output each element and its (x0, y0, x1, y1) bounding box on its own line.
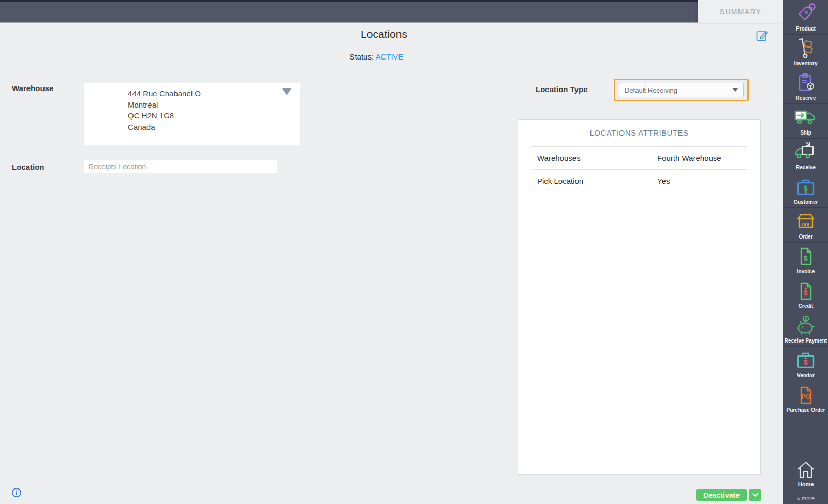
sidebar-item-credit[interactable]: $ Credit (783, 277, 828, 312)
sidebar-item-label: Vendor (797, 373, 815, 378)
top-bar (0, 0, 698, 23)
info-icon (11, 487, 22, 498)
sidebar-item-customer[interactable]: $ Customer (783, 173, 828, 208)
sidebar-item-receive[interactable]: Receive (783, 139, 828, 173)
attribute-value: Fourth Warehouse (657, 154, 721, 162)
sidebar-item-label: Product (796, 26, 816, 32)
price-tag-icon: $ (795, 2, 817, 25)
sidebar-more-label: « more (797, 495, 815, 501)
location-type-value: Default Receiving (625, 86, 677, 94)
tab-summary[interactable]: SUMMARY (698, 0, 783, 23)
sidebar-item-vendor[interactable]: $ Vendor (783, 347, 828, 381)
sidebar-item-label: Customer (794, 199, 818, 205)
truck-out-icon (794, 107, 818, 129)
warehouse-dropdown[interactable]: 444 Rue Chabanel O Montréal QC H2N 1G8 C… (84, 83, 300, 145)
sidebar-item-label: Home (798, 481, 814, 487)
sidebar-item-label: Inventory (794, 61, 817, 66)
page-title: Locations (0, 28, 768, 40)
sidebar-item-invoice[interactable]: $ Invoice (783, 243, 828, 277)
sidebar-item-label: Purchase Order (786, 407, 825, 413)
sidebar-item-label: Order (799, 234, 812, 240)
attributes-table: Warehouses Fourth Warehouse Pick Locatio… (531, 146, 747, 192)
po-document-icon: PO (795, 384, 816, 406)
location-type-label: Location Type (536, 85, 588, 94)
dollar-glyph: $ (804, 358, 808, 366)
attribute-value: Yes (657, 176, 670, 185)
sidebar-item-label: Invoice (797, 269, 815, 274)
sidebar-item-label: Ship (800, 130, 811, 136)
edit-pencil-icon (755, 28, 770, 43)
chevron-down-icon (282, 88, 291, 95)
dollar-glyph: $ (803, 9, 809, 15)
location-input[interactable] (84, 160, 277, 173)
address-line: QC H2N 1G8 (128, 110, 300, 122)
sidebar-more-button[interactable]: « more (783, 492, 828, 504)
clipboard-box-icon (795, 71, 817, 94)
sidebar-spacer (783, 416, 828, 452)
status-line: Status: ACTIVE (0, 52, 753, 61)
document-credit-icon: $ (795, 280, 816, 302)
table-row: Pick Location Yes (531, 170, 747, 192)
app-window: SUMMARY Locations Status: ACTIVE Warehou… (0, 0, 828, 504)
sidebar-item-ship[interactable]: Ship (783, 104, 828, 139)
tab-summary-label: SUMMARY (720, 8, 761, 16)
location-type-highlight: Default Receiving (614, 79, 749, 101)
sidebar-item-label: Credit (799, 303, 814, 309)
sidebar-item-home[interactable]: Home (783, 452, 828, 492)
sidebar-item-inventory[interactable]: Inventory (783, 35, 828, 69)
piggy-bank-icon: $ (794, 314, 818, 337)
truck-in-icon (794, 142, 818, 164)
chevron-down-icon (752, 493, 759, 497)
sidebar-item-reserve[interactable]: Reserve (783, 69, 828, 104)
sidebar-item-label: Reserve (796, 95, 816, 101)
sidebar-item-order[interactable]: Order (783, 208, 828, 243)
table-row: Warehouses Fourth Warehouse (531, 147, 747, 170)
home-icon (794, 458, 817, 480)
address-line: Montréal (128, 99, 300, 111)
deactivate-button[interactable]: Deactivate (696, 489, 747, 501)
dollar-glyph: $ (804, 254, 808, 262)
dollar-glyph: $ (805, 317, 807, 322)
location-type-select[interactable]: Default Receiving (619, 83, 744, 97)
edit-button[interactable] (755, 28, 770, 43)
sidebar-item-product[interactable]: $ Product (783, 0, 828, 35)
warehouse-address: 444 Rue Chabanel O Montréal QC H2N 1G8 C… (84, 83, 300, 132)
info-button[interactable] (11, 487, 22, 498)
sidebar-item-receive-payment[interactable]: $ Receive Payment (783, 312, 828, 347)
status-label: Status: (349, 52, 374, 61)
attribute-label: Pick Location (537, 176, 657, 185)
document-dollar-icon: $ (795, 246, 816, 268)
deactivate-dropdown-button[interactable] (749, 489, 761, 501)
location-label: Location (12, 162, 45, 171)
briefcase-vendor-icon: $ (795, 350, 817, 372)
address-line: Canada (128, 122, 300, 133)
carton-barcode-icon (795, 211, 817, 233)
attributes-panel-title: LOCATIONS ATTRIBUTES (518, 128, 760, 137)
po-glyph: PO (802, 393, 810, 401)
sidebar-item-label: Receive Payment (785, 338, 827, 344)
sidebar-item-purchase-order[interactable]: PO Purchase Order (783, 381, 828, 416)
status-badge: ACTIVE (375, 52, 403, 61)
hand-truck-icon (795, 37, 816, 60)
attribute-label: Warehouses (537, 154, 657, 162)
chevron-down-icon (733, 88, 738, 92)
address-line: 444 Rue Chabanel O (128, 88, 300, 99)
sidebar-item-label: Receive (796, 165, 816, 170)
briefcase-dollar-icon: $ (795, 176, 817, 198)
locations-attributes-panel: LOCATIONS ATTRIBUTES Warehouses Fourth W… (518, 119, 761, 475)
warehouse-label: Warehouse (12, 84, 53, 93)
dollar-glyph: $ (804, 289, 808, 297)
sidebar: $ Product Inventory (783, 0, 828, 504)
